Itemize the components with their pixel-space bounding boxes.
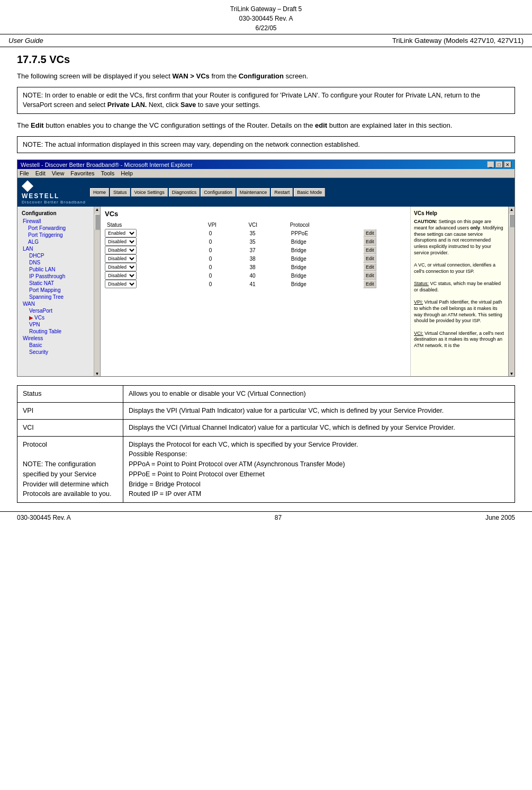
edit-button-1[interactable]: Edit	[363, 237, 377, 246]
edit-button-5[interactable]: Edit	[363, 271, 377, 280]
help-scroll-up[interactable]: ▲	[510, 207, 514, 212]
sidebar-item-static-nat[interactable]: Static NAT	[17, 280, 94, 287]
cell-vci: 38	[246, 263, 287, 271]
edit-button-2[interactable]: Edit	[363, 246, 377, 254]
status-select-2[interactable]: Enabled Disabled	[105, 246, 137, 254]
cell-edit[interactable]: Edit	[363, 246, 406, 254]
help-scrollbar[interactable]: ▲ ▼	[508, 207, 515, 376]
help-caution-label: CAUTION:	[414, 219, 437, 224]
status-select-5[interactable]: Enabled Disabled	[105, 271, 137, 280]
table-row: Enabled Disabled 0 35 Bridge Edit	[105, 237, 406, 246]
cell-vci: 41	[246, 280, 287, 288]
col-header-protocol: Protocol	[288, 221, 363, 229]
router-logo: WESTELL Discover Better Broadband	[22, 180, 86, 205]
help-scroll-down[interactable]: ▼	[510, 371, 514, 376]
status-select-6[interactable]: Enabled Disabled	[105, 280, 137, 288]
cell-vpi: 0	[206, 280, 247, 288]
nav-voice-settings[interactable]: Voice Settings	[131, 188, 168, 197]
cell-status: Enabled Disabled	[105, 280, 206, 288]
cell-protocol: Bridge	[288, 254, 363, 263]
menu-edit[interactable]: Edit	[35, 170, 46, 176]
sidebar-item-dns[interactable]: DNS	[17, 259, 94, 266]
help-scroll-thumb[interactable]	[509, 214, 515, 227]
status-select-1[interactable]: Enabled Disabled	[105, 237, 137, 246]
scroll-down-arrow[interactable]: ▼	[95, 371, 100, 376]
footer-left: 030-300445 Rev. A	[17, 514, 71, 521]
nav-home[interactable]: Home	[90, 188, 109, 197]
sidebar-item-vcs[interactable]: ▶ VCs	[17, 314, 94, 321]
vc-table: Status VPI VCI Protocol Enabled	[105, 221, 406, 288]
help-panel: VCs Help CAUTION: Settings on this page …	[410, 207, 508, 376]
sidebar-item-lan[interactable]: LAN	[17, 245, 94, 252]
menu-tools[interactable]: Tools	[101, 170, 115, 176]
sidebar-item-port-forwarding[interactable]: Port Forwarding	[17, 225, 94, 232]
browser-menubar: File Edit View Favorites Tools Help	[17, 169, 515, 178]
col-header-action	[363, 221, 406, 229]
sidebar-item-basic[interactable]: Basic	[17, 342, 94, 349]
sidebar-item-ip-passthrough[interactable]: IP Passthrough	[17, 273, 94, 280]
nav-diagnostics[interactable]: Diagnostics	[169, 188, 200, 197]
edit-button-0[interactable]: Edit	[363, 229, 377, 237]
cell-vpi: 0	[206, 263, 247, 271]
nav-restart[interactable]: Restart	[271, 188, 293, 197]
nav-configuration[interactable]: Configuration	[201, 188, 236, 197]
desc-row-status: Status Allows you to enable or disable y…	[17, 386, 515, 403]
sidebar-item-public-lan[interactable]: Public LAN	[17, 266, 94, 273]
status-select-3[interactable]: Enabled Disabled	[105, 254, 137, 263]
nav-basic-mode[interactable]: Basic Mode	[294, 188, 325, 197]
sidebar-item-wan[interactable]: WAN	[17, 300, 94, 307]
main-content: VCs Status VPI VCI Protocol	[101, 207, 410, 376]
menu-file[interactable]: File	[20, 170, 29, 176]
help-vc-text: A VC, or virtual connection, identifies …	[414, 262, 505, 274]
cell-edit[interactable]: Edit	[363, 254, 406, 263]
browser-controls[interactable]: _ □ ✕	[487, 161, 511, 168]
sidebar-item-spanning-tree[interactable]: Spanning Tree	[17, 294, 94, 300]
cell-edit[interactable]: Edit	[363, 237, 406, 246]
menu-view[interactable]: View	[52, 170, 65, 176]
sidebar-item-port-mapping[interactable]: Port Mapping	[17, 287, 94, 294]
status-select-0[interactable]: Enabled Disabled	[105, 229, 137, 237]
sidebar-vcs-label: VCs	[34, 315, 44, 321]
cell-vci: 35	[246, 237, 287, 246]
maximize-button[interactable]: □	[495, 161, 503, 168]
brand-name: WESTELL	[22, 192, 59, 200]
nav-status[interactable]: Status	[110, 188, 130, 197]
sidebar-item-alg[interactable]: ALG	[17, 238, 94, 245]
sidebar-scrollbar[interactable]: ▲ ▼	[94, 207, 101, 376]
cell-status: Enabled Disabled	[105, 254, 206, 263]
cell-edit[interactable]: Edit	[363, 271, 406, 280]
cell-edit[interactable]: Edit	[363, 263, 406, 271]
sidebar-item-versaport[interactable]: VersaPort	[17, 307, 94, 314]
scroll-up-arrow[interactable]: ▲	[95, 207, 100, 212]
footer-center: 87	[275, 514, 282, 521]
desc-def-status: Allows you to enable or disable your VC …	[123, 386, 515, 403]
close-button[interactable]: ✕	[504, 161, 511, 168]
sidebar-item-routing-table[interactable]: Routing Table	[17, 328, 94, 335]
menu-help[interactable]: Help	[121, 170, 133, 176]
edit-button-6[interactable]: Edit	[363, 280, 377, 288]
edit-button-4[interactable]: Edit	[363, 263, 377, 271]
sidebar-item-port-triggering[interactable]: Port Triggering	[17, 232, 94, 238]
desc-row-vci: VCI Displays the VCI (Virtual Channel In…	[17, 419, 515, 436]
cell-edit[interactable]: Edit	[363, 280, 406, 288]
menu-favorites[interactable]: Favorites	[70, 170, 94, 176]
status-select-4[interactable]: Enabled Disabled	[105, 263, 137, 271]
nav-maintenance[interactable]: Maintenance	[237, 188, 270, 197]
minimize-button[interactable]: _	[487, 161, 494, 168]
note-box-1: NOTE: In order to enable or edit the VCs…	[17, 87, 515, 114]
browser-title: Westell - Discover Better Broadband® - M…	[21, 162, 193, 168]
sidebar-item-firewall[interactable]: Firewall	[17, 218, 94, 225]
sidebar-item-wireless[interactable]: Wireless	[17, 335, 94, 342]
desc-def-protocol: Displays the Protocol for each VC, which…	[123, 436, 515, 503]
sidebar-item-vpn[interactable]: VPN	[17, 321, 94, 328]
sidebar-item-dhcp[interactable]: DHCP	[17, 252, 94, 259]
doc-title-line2: 030-300445 Rev. A	[0, 14, 532, 23]
help-caution-text: CAUTION: Settings on this page are meant…	[414, 219, 505, 256]
cell-vpi: 0	[206, 246, 247, 254]
sidebar-item-security[interactable]: Security	[17, 349, 94, 356]
cell-edit[interactable]: Edit	[363, 229, 406, 237]
scroll-thumb[interactable]	[95, 214, 100, 230]
edit-button-3[interactable]: Edit	[363, 254, 377, 263]
doc-title-line1: TriLink Gateway – Draft 5	[0, 4, 532, 14]
doc-title-line3: 6/22/05	[0, 23, 532, 33]
